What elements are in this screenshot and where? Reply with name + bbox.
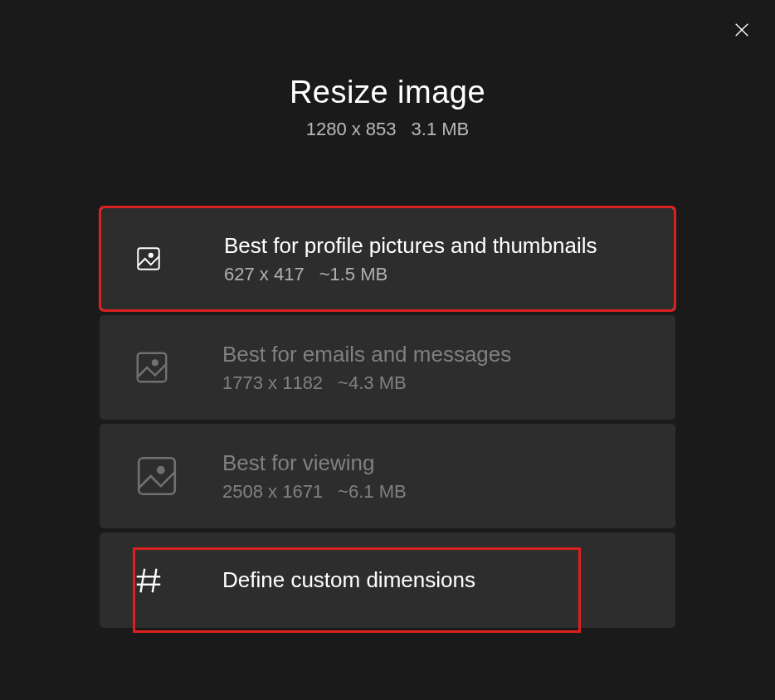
option-dimensions: 2508 x 1671 bbox=[222, 481, 323, 502]
image-filesize: 3.1 MB bbox=[412, 119, 470, 139]
option-dimensions: 1773 x 1182 bbox=[222, 372, 323, 393]
resize-options-list: Best for profile pictures and thumbnails… bbox=[0, 207, 775, 628]
dialog-header: Resize image 1280 x 8533.1 MB bbox=[0, 0, 775, 140]
option-filesize: ~1.5 MB bbox=[319, 264, 388, 284]
svg-point-5 bbox=[153, 360, 158, 365]
option-text: Best for emails and messages 1773 x 1182… bbox=[222, 341, 642, 394]
image-icon bbox=[133, 348, 183, 386]
option-details: 627 x 417~1.5 MB bbox=[224, 264, 641, 285]
resize-option-emails[interactable]: Best for emails and messages 1773 x 1182… bbox=[100, 315, 675, 420]
option-text: Best for profile pictures and thumbnails… bbox=[224, 232, 641, 285]
option-filesize: ~6.1 MB bbox=[338, 481, 407, 502]
dialog-title: Resize image bbox=[0, 75, 775, 110]
resize-option-thumbnails[interactable]: Best for profile pictures and thumbnails… bbox=[100, 207, 675, 311]
svg-point-3 bbox=[149, 254, 153, 257]
image-icon bbox=[133, 452, 183, 500]
option-text: Best for viewing 2508 x 1671~6.1 MB bbox=[222, 450, 642, 503]
image-dimensions: 1280 x 853 bbox=[306, 119, 397, 139]
option-title: Best for profile pictures and thumbnails bbox=[224, 232, 641, 260]
option-filesize: ~4.3 MB bbox=[338, 372, 407, 393]
option-text: Define custom dimensions bbox=[222, 566, 642, 595]
hash-icon bbox=[133, 565, 183, 596]
svg-point-7 bbox=[158, 467, 163, 473]
option-details: 1773 x 1182~4.3 MB bbox=[222, 372, 642, 394]
image-icon bbox=[134, 245, 184, 273]
option-details: 2508 x 1671~6.1 MB bbox=[222, 481, 642, 503]
close-button[interactable] bbox=[729, 17, 755, 43]
image-info: 1280 x 8533.1 MB bbox=[0, 119, 775, 140]
svg-line-8 bbox=[141, 568, 145, 592]
svg-line-9 bbox=[153, 568, 157, 592]
resize-option-custom[interactable]: Define custom dimensions bbox=[100, 532, 675, 628]
resize-option-viewing[interactable]: Best for viewing 2508 x 1671~6.1 MB bbox=[100, 424, 675, 528]
option-dimensions: 627 x 417 bbox=[224, 264, 305, 284]
option-title: Best for viewing bbox=[222, 450, 642, 478]
option-title: Define custom dimensions bbox=[222, 566, 642, 595]
option-title: Best for emails and messages bbox=[222, 341, 642, 369]
